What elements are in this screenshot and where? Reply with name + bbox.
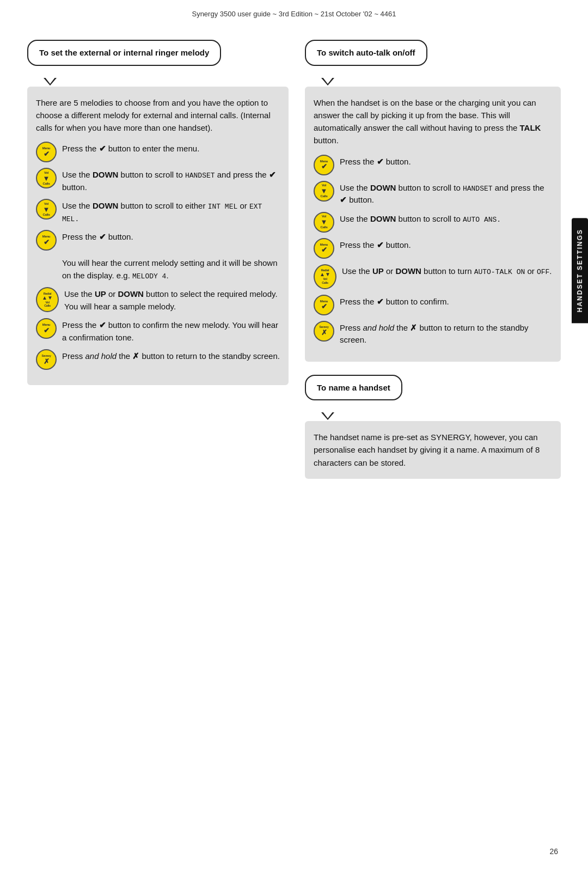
autotalk-step-1-text: Press the ✔ button. <box>340 155 552 168</box>
left-callout-arrow <box>44 78 57 86</box>
secrecy-button-icon-1: Secrecy ✗ <box>36 349 57 370</box>
menu-button-icon-2: Menu ✔ <box>36 230 57 251</box>
side-tab-label: Handset Settings <box>576 229 584 312</box>
autotalk-menu-icon-1: Menu ✔ <box>314 155 334 175</box>
autotalk-callout-title: To switch auto-talk on/off <box>317 48 415 57</box>
autotalk-step-2: Vol ▼ Calls Use the DOWN button to scrol… <box>314 181 552 206</box>
menu-button-icon-3: Menu ✔ <box>36 318 57 339</box>
autotalk-step-6: Menu ✔ Press the ✔ button to confirm. <box>314 295 552 315</box>
name-handset-bg: The handset name is pre-set as SYNERGY, … <box>305 421 561 479</box>
autotalk-step-3-text: Use the DOWN button to scroll to AUTO AN… <box>340 212 552 226</box>
left-step-2-text: Use the DOWN button to scroll to HANDSET… <box>62 168 280 193</box>
redial-button-icon-1: Redial ▲▼ Vol Calls <box>36 287 59 312</box>
page-number: 26 <box>549 847 558 856</box>
autotalk-step-4-text: Press the ✔ button. <box>340 238 552 252</box>
autotalk-redial-icon-1: Redial ▲▼ Vol Calls <box>314 264 336 289</box>
side-tab: Handset Settings <box>572 218 588 323</box>
autotalk-volcalls-icon-1: Vol ▼ Calls <box>314 181 334 202</box>
left-step-7: Menu ✔ Press the ✔ button to confirm the… <box>36 318 280 344</box>
autotalk-section-bg: When the handset is on the base or the c… <box>305 87 561 362</box>
name-handset-callout-box: To name a handset <box>305 375 402 401</box>
name-handset-callout-arrow <box>321 412 334 420</box>
autotalk-callout-box: To switch auto-talk on/off <box>305 40 427 66</box>
left-step-6: Redial ▲▼ Vol Calls Use the UP or DOWN b… <box>36 287 280 313</box>
left-step-5-text: You will hear the current melody setting… <box>62 256 280 282</box>
name-handset-section: To name a handset The handset name is pr… <box>305 375 561 479</box>
left-intro-text: There are 5 melodies to choose from and … <box>36 96 280 135</box>
autotalk-step-5: Redial ▲▼ Vol Calls Use the UP or DOWN b… <box>314 264 552 289</box>
autotalk-step-4: Menu ✔ Press the ✔ button. <box>314 238 552 259</box>
autotalk-menu-icon-3: Menu ✔ <box>314 295 334 315</box>
autotalk-step-6-text: Press the ✔ button to confirm. <box>340 295 552 308</box>
left-step-5: You will hear the current melody setting… <box>36 256 280 282</box>
menu-button-icon-1: Menu ✔ <box>36 142 57 162</box>
autotalk-step-3: Vol ▼ Calls Use the DOWN button to scrol… <box>314 212 552 233</box>
autotalk-step-5-text: Use the UP or DOWN button to turn AUTO-T… <box>342 264 552 278</box>
left-step-6-text: Use the UP or DOWN button to select the … <box>64 287 280 313</box>
volcalls-button-icon-2: Vol ▼ Calls <box>36 199 57 220</box>
autotalk-step-1: Menu ✔ Press the ✔ button. <box>314 155 552 175</box>
left-column: To set the external or internal ringer m… <box>27 40 289 479</box>
left-step-4-text: Press the ✔ button. <box>62 230 280 243</box>
left-step-7-text: Press the ✔ button to confirm the new me… <box>62 318 280 344</box>
autotalk-intro: When the handset is on the base or the c… <box>314 96 552 147</box>
left-step-1-text: Press the ✔ button to enter the menu. <box>62 142 280 155</box>
page-number-value: 26 <box>549 847 558 856</box>
left-step-3: Vol ▼ Calls Use the DOWN button to scrol… <box>36 199 280 224</box>
header-title: Synergy 3500 user guide ~ 3rd Edition ~ … <box>192 10 396 18</box>
left-step-3-text: Use the DOWN button to scroll to either … <box>62 199 280 224</box>
autotalk-menu-icon-2: Menu ✔ <box>314 238 334 259</box>
left-step-8-text: Press and hold the ✗ button to return to… <box>62 349 280 363</box>
name-handset-intro: The handset name is pre-set as SYNERGY, … <box>314 431 552 469</box>
left-section-bg: There are 5 melodies to choose from and … <box>27 87 289 386</box>
autotalk-step-2-text: Use the DOWN button to scroll to HANDSET… <box>340 181 552 206</box>
page-header: Synergy 3500 user guide ~ 3rd Edition ~ … <box>0 0 588 23</box>
name-handset-callout-title: To name a handset <box>317 383 390 392</box>
volcalls-button-icon-1: Vol ▼ Calls <box>36 168 57 188</box>
left-callout-title: To set the external or internal ringer m… <box>39 48 209 57</box>
left-step-4: Menu ✔ Press the ✔ button. <box>36 230 280 251</box>
autotalk-step-7: Secrecy ✗ Press and hold the ✗ button to… <box>314 321 552 346</box>
autotalk-secrecy-icon-1: Secrecy ✗ <box>314 321 334 342</box>
autotalk-volcalls-icon-2: Vol ▼ Calls <box>314 212 334 233</box>
left-step-1: Menu ✔ Press the ✔ button to enter the m… <box>36 142 280 162</box>
left-callout-box: To set the external or internal ringer m… <box>27 40 221 66</box>
autotalk-section: To switch auto-talk on/off When the hand… <box>305 40 561 362</box>
right-column: To switch auto-talk on/off When the hand… <box>305 40 561 479</box>
autotalk-step-7-text: Press and hold the ✗ button to return to… <box>340 321 552 346</box>
left-step-2: Vol ▼ Calls Use the DOWN button to scrol… <box>36 168 280 193</box>
autotalk-callout-arrow <box>321 78 334 86</box>
left-step-8: Secrecy ✗ Press and hold the ✗ button to… <box>36 349 280 370</box>
